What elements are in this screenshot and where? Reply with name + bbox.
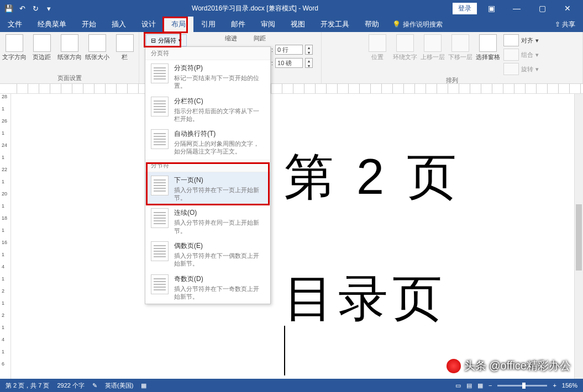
tab-classic[interactable]: 经典菜单: [30, 17, 74, 32]
window-title: Word2016学习目录.docx [兼容模式] - Word: [57, 4, 453, 13]
spacing-before-input[interactable]: 0 行: [275, 45, 303, 55]
tell-me-search[interactable]: 💡 操作说明搜索: [392, 20, 443, 29]
page-text-2: 目录页: [284, 265, 447, 332]
share-label: 共享: [562, 20, 575, 28]
group-objects-button: 组合▾: [503, 49, 539, 61]
selection-pane-button[interactable]: 选择窗格: [476, 34, 500, 61]
vertical-ruler[interactable]: 281261241221201181161412121416: [0, 94, 11, 379]
dd-desc: 标记一页结束与下一页开始的位置。: [174, 74, 265, 90]
tab-mailings[interactable]: 邮件: [223, 17, 253, 32]
tab-layout[interactable]: 布局: [164, 17, 193, 32]
dd-item-text-wrapping[interactable]: 自动换行符(T)分隔网页上的对象周围的文字，如分隔题注文字与正文。: [145, 126, 270, 159]
tell-me-label: 操作说明搜索: [403, 20, 443, 29]
zoom-slider[interactable]: [497, 385, 547, 386]
zoom-out-icon[interactable]: −: [489, 382, 492, 389]
send-backward-button: 下移一层: [448, 34, 472, 61]
dd-item-odd-page[interactable]: 奇数页(D)插入分节符并在下一奇数页上开始新节。: [145, 271, 270, 304]
zoom-in-icon[interactable]: +: [553, 382, 556, 389]
spellcheck-icon[interactable]: ✎: [92, 382, 97, 389]
spacing-label: 间距: [254, 34, 313, 43]
tab-file[interactable]: 文件: [0, 17, 30, 32]
maximize-icon[interactable]: ▢: [531, 0, 553, 17]
group-obj-label: 组合: [521, 51, 533, 59]
size-button[interactable]: 纸张大小: [85, 34, 109, 61]
orientation-button[interactable]: 纸张方向: [57, 34, 82, 61]
scrollbar-thumb[interactable]: [576, 204, 582, 271]
vertical-scrollbar[interactable]: [574, 94, 583, 379]
dd-item-page-break[interactable]: 分页符(P)标记一页结束与下一页开始的位置。: [145, 60, 270, 93]
dd-desc: 插入分节符并在同一页上开始新节。: [174, 219, 265, 235]
watermark: 头条 @office精彩办公: [447, 358, 571, 373]
group-icon: [503, 49, 519, 61]
redo-icon[interactable]: ↻: [31, 4, 40, 13]
tab-developer[interactable]: 开发工具: [313, 17, 357, 32]
wrap-icon: [396, 34, 414, 52]
status-page[interactable]: 第 2 页，共 7 页: [6, 382, 49, 390]
group-arrange: 位置 环绕文字 上移一层 下移一层 选择窗格 对齐▾ 组合▾ 旋转▾ 排列: [322, 32, 583, 83]
even-page-icon: [151, 241, 169, 261]
spacing-after-input[interactable]: 10 磅: [275, 58, 303, 68]
rotate-icon: [503, 63, 519, 75]
text-direction-icon: [6, 34, 23, 52]
save-icon[interactable]: 💾: [4, 4, 13, 13]
spacing-after-spinner[interactable]: ▴▾: [305, 58, 313, 68]
tab-references[interactable]: 引用: [193, 17, 223, 32]
align-label: 对齐: [521, 36, 533, 45]
selection-label: 选择窗格: [476, 53, 500, 61]
ribbon-tabs: 文件 经典菜单 开始 插入 设计 布局 引用 邮件 审阅 视图 开发工具 帮助 …: [0, 17, 583, 32]
tab-insert[interactable]: 插入: [104, 17, 134, 32]
size-label: 纸张大小: [85, 53, 109, 61]
macro-icon[interactable]: ▦: [141, 382, 146, 389]
dd-item-even-page[interactable]: 偶数页(E)插入分节符并在下一偶数页上开始新节。: [145, 238, 270, 271]
tab-home[interactable]: 开始: [74, 17, 104, 32]
dd-title: 连续(O): [174, 208, 265, 218]
wrap-label: 环绕文字: [393, 53, 417, 61]
breaks-icon: ⊟: [151, 37, 156, 44]
zoom-percent[interactable]: 156%: [562, 382, 577, 389]
text-direction-label: 文字方向: [2, 53, 27, 61]
align-button[interactable]: 对齐▾: [503, 34, 539, 46]
share-button[interactable]: ⇪ 共享: [547, 20, 583, 29]
columns-button[interactable]: 栏: [113, 34, 137, 61]
spacing-before-spinner[interactable]: ▴▾: [305, 45, 313, 55]
login-button[interactable]: 登录: [453, 3, 477, 14]
watermark-text: 头条 @office精彩办公: [464, 358, 571, 373]
dd-section-section-breaks: 分节符: [145, 159, 270, 172]
status-language[interactable]: 英语(美国): [105, 382, 133, 390]
breaks-dropdown-button[interactable]: ⊟ 分隔符 ▾: [146, 34, 187, 46]
close-icon[interactable]: ✕: [556, 0, 579, 17]
lightbulb-icon: 💡: [392, 20, 401, 28]
margins-label: 页边距: [33, 53, 51, 61]
margins-button[interactable]: 页边距: [30, 34, 54, 61]
dd-desc: 分隔网页上的对象周围的文字，如分隔题注文字与正文。: [174, 140, 265, 156]
view-web-icon[interactable]: ▦: [477, 382, 483, 389]
chevron-down-icon: ▾: [178, 37, 182, 44]
horizontal-ruler[interactable]: [0, 84, 583, 94]
status-bar: 第 2 页，共 7 页 2922 个字 ✎ 英语(美国) ▦ ▭ ▤ ▦ − +…: [0, 379, 583, 392]
view-print-icon[interactable]: ▤: [466, 382, 472, 389]
dd-item-column-break[interactable]: 分栏符(C)指示分栏符后面的文字将从下一栏开始。: [145, 93, 270, 126]
qat-more-icon[interactable]: ▾: [44, 4, 53, 13]
tab-help[interactable]: 帮助: [357, 17, 387, 32]
minimize-icon[interactable]: —: [506, 0, 528, 17]
dd-item-continuous[interactable]: 连续(O)插入分节符并在同一页上开始新节。: [145, 205, 270, 238]
workspace: 281261241221201181161412121416 第 2 页 目录页: [0, 94, 583, 379]
ribbon-display-icon[interactable]: ▣: [480, 0, 502, 17]
position-label: 位置: [371, 53, 384, 61]
view-read-icon[interactable]: ▭: [455, 382, 461, 389]
margins-icon: [33, 34, 51, 52]
arrange-group-label: 排列: [446, 75, 458, 84]
document-area[interactable]: 第 2 页 目录页: [11, 94, 583, 379]
tab-view[interactable]: 视图: [283, 17, 313, 32]
text-direction-button[interactable]: 文字方向: [2, 34, 27, 61]
undo-icon[interactable]: ↶: [18, 4, 27, 13]
tab-review[interactable]: 审阅: [253, 17, 283, 32]
page-text-1: 第 2 页: [284, 144, 461, 211]
status-word-count[interactable]: 2922 个字: [57, 382, 85, 390]
quick-access-toolbar: 💾 ↶ ↻ ▾: [0, 4, 57, 13]
dd-section-page-breaks: 分页符: [145, 47, 270, 60]
tab-design[interactable]: 设计: [134, 17, 164, 32]
column-break-icon: [151, 97, 169, 116]
bring-forward-button: 上移一层: [421, 34, 445, 61]
dd-item-next-page[interactable]: 下一页(N)插入分节符并在下一页上开始新节。: [145, 172, 270, 205]
